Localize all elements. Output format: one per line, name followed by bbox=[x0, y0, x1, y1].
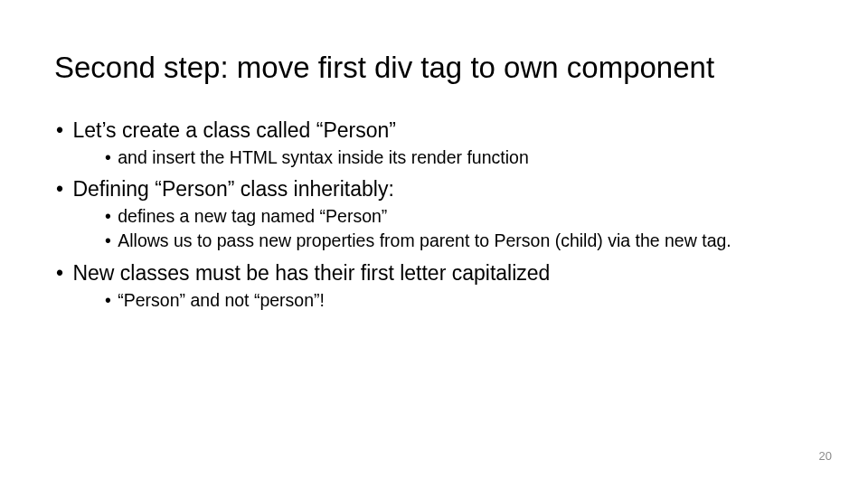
bullet-subitem: defines a new tag named “Person” bbox=[105, 205, 814, 228]
bullet-subitem: and insert the HTML syntax inside its re… bbox=[105, 146, 814, 169]
bullet-item: Let’s create a class called “Person” bbox=[72, 117, 814, 145]
page-number: 20 bbox=[819, 449, 832, 463]
bullet-subitem: Allows us to pass new properties from pa… bbox=[105, 230, 814, 252]
bullet-group-1: Let’s create a class called “Person” and… bbox=[54, 117, 814, 169]
bullet-group-2: Defining “Person” class inheritably: def… bbox=[54, 176, 814, 253]
slide-content: Second step: move first div tag to own c… bbox=[0, 0, 868, 312]
bullet-item: Defining “Person” class inheritably: bbox=[72, 176, 814, 203]
bullet-subitem: “Person” and not “person”! bbox=[105, 289, 814, 312]
slide-title: Second step: move first div tag to own c… bbox=[54, 51, 814, 85]
bullet-group-3: New classes must be has their first lett… bbox=[54, 260, 814, 312]
bullet-item: New classes must be has their first lett… bbox=[72, 260, 814, 287]
